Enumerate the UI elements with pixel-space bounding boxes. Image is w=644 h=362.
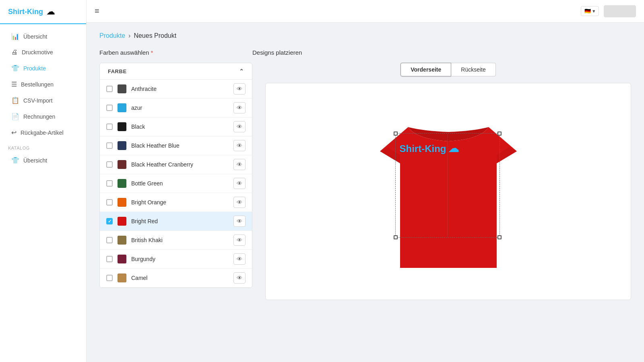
- color-row-bright-orange[interactable]: Bright Orange 👁: [100, 193, 252, 212]
- language-selector[interactable]: 🇩🇪 ▾: [581, 6, 599, 16]
- nav-label-druckmotive: Druckmotive: [22, 49, 53, 56]
- tab-vorderseite[interactable]: Vorderseite: [400, 63, 451, 76]
- sidebar-item-uebersicht[interactable]: 📊Übersicht: [3, 29, 83, 44]
- sidebar-item-katalog-uebersicht[interactable]: 👕Übersicht: [3, 152, 83, 168]
- color-list: Anthracite 👁 azur 👁 Black 👁 Black Heathe…: [100, 80, 252, 288]
- nav-icon-druckmotive: 🖨: [11, 49, 18, 56]
- eye-button-azur[interactable]: 👁: [233, 102, 246, 113]
- color-row-black-heather-cranberry[interactable]: Black Heather Cranberry 👁: [100, 155, 252, 174]
- sidebar-item-rechnungen[interactable]: 📄Rechnungen: [3, 109, 83, 124]
- eye-button-british-khaki[interactable]: 👁: [233, 234, 246, 246]
- nav-icon-csv-import: 📋: [11, 97, 19, 104]
- eye-button-black-heather-cranberry[interactable]: 👁: [233, 159, 246, 170]
- color-row-black-heather-blue[interactable]: Black Heather Blue 👁: [100, 136, 252, 155]
- page-content: Produkte › Neues Produkt Farben auswähle…: [87, 23, 644, 362]
- color-panel-header: FARBE ⌃: [100, 63, 252, 80]
- checkbox-black[interactable]: [106, 123, 113, 130]
- eye-button-camel[interactable]: 👁: [233, 272, 246, 284]
- color-name-british-khaki: British Khaki: [131, 237, 233, 243]
- checkbox-camel[interactable]: [106, 275, 113, 281]
- color-name-camel: Camel: [131, 275, 233, 281]
- checkbox-azur[interactable]: [106, 105, 113, 111]
- swatch-anthracite: [118, 84, 126, 93]
- color-name-black-heather-blue: Black Heather Blue: [131, 142, 233, 149]
- design-label: Shirt-King ☁: [400, 142, 459, 155]
- eye-button-black[interactable]: 👁: [233, 121, 246, 132]
- eye-button-black-heather-blue[interactable]: 👁: [233, 140, 246, 151]
- design-overlay[interactable]: Shirt-King ☁: [395, 133, 500, 238]
- swatch-azur: [118, 103, 126, 112]
- checkbox-black-heather-cranberry[interactable]: [106, 161, 113, 168]
- nav-icon-uebersicht: 📊: [11, 33, 19, 40]
- color-row-british-khaki[interactable]: British Khaki 👁: [100, 231, 252, 250]
- nav-icon-produkte: 👕: [11, 64, 19, 72]
- sidebar-item-bestellungen[interactable]: ☰Bestellungen: [3, 76, 83, 92]
- color-row-bright-red[interactable]: Bright Red 👁: [100, 212, 252, 231]
- sidebar-item-druckmotive[interactable]: 🖨Druckmotive: [3, 45, 83, 60]
- eye-button-burgundy[interactable]: 👁: [233, 253, 246, 265]
- checkbox-bright-red[interactable]: [106, 218, 113, 224]
- sidebar-item-produkte[interactable]: 👕Produkte: [3, 60, 83, 76]
- color-row-camel[interactable]: Camel 👁: [100, 269, 252, 288]
- checkbox-bright-orange[interactable]: [106, 199, 113, 206]
- katalog-section-label: KATALOG: [0, 141, 86, 152]
- color-name-burgundy: Burgundy: [131, 256, 233, 262]
- eye-button-anthracite[interactable]: 👁: [233, 83, 246, 95]
- farben-section-header: Farben auswählen *: [99, 49, 252, 56]
- designs-section-header: Designs platzieren: [252, 49, 631, 56]
- nav-label-katalog-uebersicht: Übersicht: [23, 157, 47, 164]
- nav-label-csv-import: CSV-Import: [23, 97, 52, 104]
- handle-top-left[interactable]: [394, 132, 398, 136]
- design-cloud-icon: ☁: [448, 142, 459, 155]
- checkbox-british-khaki[interactable]: [106, 237, 113, 243]
- nav-icon-rechnungen: 📄: [11, 113, 19, 120]
- breadcrumb-current: Neues Produkt: [134, 32, 176, 39]
- tab-rueckseite[interactable]: Rückseite: [451, 63, 495, 76]
- nav-label-bestellungen: Bestellungen: [21, 81, 54, 88]
- breadcrumb-link[interactable]: Produkte: [99, 32, 125, 39]
- checkbox-bottle-green[interactable]: [106, 180, 113, 187]
- checkbox-burgundy[interactable]: [106, 256, 113, 262]
- topbar-right: 🇩🇪 ▾: [581, 5, 636, 17]
- swatch-bottle-green: [118, 179, 126, 188]
- handle-bottom-right[interactable]: [497, 235, 502, 239]
- hamburger-menu[interactable]: ≡: [95, 6, 99, 16]
- eye-button-bright-orange[interactable]: 👁: [233, 197, 246, 208]
- color-row-azur[interactable]: azur 👁: [100, 99, 252, 117]
- farben-title: Farben auswählen *: [99, 49, 153, 56]
- sidebar-item-csv-import[interactable]: 📋CSV-Import: [3, 93, 83, 108]
- sidebar-nav: 📊Übersicht🖨Druckmotive👕Produkte☰Bestellu…: [0, 24, 86, 362]
- nav-icon-bestellungen: ☰: [11, 80, 17, 88]
- checkbox-black-heather-blue[interactable]: [106, 142, 113, 149]
- color-name-bright-orange: Bright Orange: [131, 199, 233, 206]
- swatch-black-heather-cranberry: [118, 160, 126, 169]
- eye-button-bottle-green[interactable]: 👁: [233, 178, 246, 189]
- design-panel: Vorderseite Rückseite: [265, 63, 631, 300]
- designs-title: Designs platzieren: [252, 49, 302, 56]
- swatch-bright-red: [118, 217, 126, 226]
- nav-label-produkte: Produkte: [23, 65, 46, 72]
- handle-top-right[interactable]: [497, 132, 502, 136]
- logo-text: Shirt-King: [8, 8, 43, 16]
- shirt-canvas: Shirt-King ☁: [265, 83, 631, 300]
- eye-button-bright-red[interactable]: 👁: [233, 216, 246, 227]
- main-layout: FARBE ⌃ Anthracite 👁 azur 👁 Black 👁 Blac…: [99, 63, 631, 300]
- user-avatar[interactable]: [604, 5, 636, 17]
- handle-bottom-left[interactable]: [394, 235, 398, 239]
- breadcrumb-separator: ›: [128, 32, 130, 39]
- color-row-bottle-green[interactable]: Bottle Green 👁: [100, 174, 252, 193]
- design-text: Shirt-King: [400, 143, 446, 154]
- color-column-label: FARBE: [108, 68, 127, 74]
- sidebar-logo: Shirt-King ☁: [0, 0, 86, 24]
- color-row-anthracite[interactable]: Anthracite 👁: [100, 80, 252, 99]
- sidebar-item-rueckgabe[interactable]: ↩Rückgabe-Artikel: [3, 125, 83, 140]
- swatch-british-khaki: [118, 236, 126, 245]
- color-name-anthracite: Anthracite: [131, 86, 233, 92]
- color-row-burgundy[interactable]: Burgundy 👁: [100, 250, 252, 269]
- color-row-black[interactable]: Black 👁: [100, 117, 252, 136]
- view-tabs: Vorderseite Rückseite: [265, 63, 631, 76]
- swatch-black-heather-blue: [118, 141, 126, 150]
- checkbox-anthracite[interactable]: [106, 86, 113, 92]
- collapse-icon[interactable]: ⌃: [239, 68, 244, 74]
- swatch-bright-orange: [118, 198, 126, 207]
